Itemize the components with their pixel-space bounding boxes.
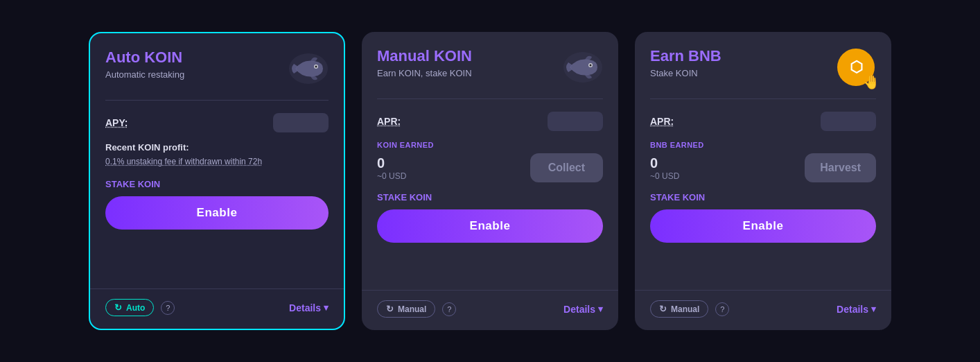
card-header-manual-koin: Manual KOIN Earn KOIN, stake KOIN bbox=[362, 32, 618, 98]
refresh-icon: ↻ bbox=[386, 304, 394, 314]
earned-values: 0 ~0 USD bbox=[650, 155, 679, 181]
apr-value-box bbox=[821, 112, 876, 131]
card-footer-auto-koin: ↻ Auto ? Details ▾ bbox=[90, 288, 344, 329]
stake-label: STAKE KOIN bbox=[377, 192, 603, 202]
card-earn-bnb: Earn BNB Stake KOIN ⬡ 🤚 APR: BNB EARNED bbox=[635, 32, 891, 330]
harvest-button[interactable]: Harvest bbox=[805, 153, 876, 182]
card-auto-koin: Auto KOIN Automatic restaking APY: bbox=[89, 32, 345, 330]
footer-left: ↻ Auto ? bbox=[105, 299, 175, 316]
card-body-manual-koin: APR: KOIN EARNED 0 ~0 USD Collect STAKE … bbox=[362, 99, 618, 290]
earned-row: 0 ~0 USD Harvest bbox=[650, 153, 876, 182]
footer-left: ↻ Manual ? bbox=[377, 300, 456, 318]
card-title: Manual KOIN bbox=[377, 47, 472, 65]
apr-label: APR: bbox=[377, 116, 401, 127]
apy-label: APY: bbox=[105, 117, 128, 128]
details-link[interactable]: Details ▾ bbox=[563, 304, 603, 315]
fish-icon bbox=[288, 49, 329, 89]
enable-button[interactable]: Enable bbox=[105, 196, 329, 230]
details-link[interactable]: Details ▾ bbox=[837, 304, 876, 315]
earned-label: KOIN EARNED bbox=[377, 141, 603, 149]
hand-icon: 🤚 bbox=[863, 74, 880, 90]
card-footer-earn-bnb: ↻ Manual ? Details ▾ bbox=[635, 290, 891, 330]
question-icon[interactable]: ? bbox=[715, 302, 729, 316]
svg-point-2 bbox=[315, 66, 317, 68]
enable-button[interactable]: Enable bbox=[650, 209, 876, 243]
footer-left: ↻ Manual ? bbox=[650, 300, 729, 318]
card-title-section: Manual KOIN Earn KOIN, stake KOIN bbox=[377, 47, 472, 78]
earned-section: KOIN EARNED 0 ~0 USD Collect bbox=[377, 141, 603, 182]
manual-badge[interactable]: ↻ Manual bbox=[650, 300, 708, 318]
earned-amount: 0 bbox=[377, 155, 406, 171]
details-link[interactable]: Details ▾ bbox=[289, 302, 329, 313]
bnb-symbol: ⬡ bbox=[850, 58, 863, 76]
card-title: Auto KOIN bbox=[105, 49, 184, 67]
question-icon[interactable]: ? bbox=[161, 301, 175, 315]
card-subtitle: Automatic restaking bbox=[105, 69, 184, 80]
stake-label: STAKE KOIN bbox=[650, 192, 876, 202]
bnb-icon: ⬡ 🤚 bbox=[836, 47, 876, 87]
card-title-section: Earn BNB Stake KOIN bbox=[650, 47, 721, 78]
cards-container: Auto KOIN Automatic restaking APY: bbox=[61, 10, 919, 352]
earned-label: BNB EARNED bbox=[650, 141, 876, 149]
chevron-down-icon: ▾ bbox=[871, 304, 876, 314]
card-body-auto-koin: APY: Recent KOIN profit: 0.1% unstaking … bbox=[90, 101, 344, 288]
earned-usd: ~0 USD bbox=[377, 171, 406, 181]
earned-values: 0 ~0 USD bbox=[377, 155, 406, 181]
card-subtitle: Earn KOIN, stake KOIN bbox=[377, 68, 472, 78]
manual-badge[interactable]: ↻ Manual bbox=[377, 300, 435, 318]
card-subtitle: Stake KOIN bbox=[650, 68, 721, 78]
apr-value-box bbox=[548, 112, 603, 131]
stake-label: STAKE KOIN bbox=[105, 179, 329, 189]
card-manual-koin: Manual KOIN Earn KOIN, stake KOIN APR: bbox=[362, 32, 618, 330]
apr-label: APR: bbox=[650, 116, 674, 127]
apr-row: APR: bbox=[377, 112, 603, 131]
earned-row: 0 ~0 USD Collect bbox=[377, 153, 603, 182]
chevron-down-icon: ▾ bbox=[324, 302, 329, 313]
svg-point-5 bbox=[590, 64, 592, 67]
chevron-down-icon: ▾ bbox=[598, 304, 603, 314]
earned-section: BNB EARNED 0 ~0 USD Harvest bbox=[650, 141, 876, 182]
fish-icon bbox=[563, 47, 603, 87]
profit-label: Recent KOIN profit: bbox=[105, 142, 329, 153]
question-icon[interactable]: ? bbox=[442, 302, 456, 316]
enable-button[interactable]: Enable bbox=[377, 209, 603, 243]
card-header-earn-bnb: Earn BNB Stake KOIN ⬡ 🤚 bbox=[635, 32, 891, 98]
card-footer-manual-koin: ↻ Manual ? Details ▾ bbox=[362, 290, 618, 330]
refresh-icon: ↻ bbox=[114, 302, 122, 313]
earned-amount: 0 bbox=[650, 155, 679, 171]
card-title-section: Auto KOIN Automatic restaking bbox=[105, 49, 184, 80]
auto-badge[interactable]: ↻ Auto bbox=[105, 299, 154, 316]
card-body-earn-bnb: APR: BNB EARNED 0 ~0 USD Harvest STAKE K… bbox=[635, 99, 891, 290]
unstake-note: 0.1% unstaking fee if withdrawn within 7… bbox=[105, 157, 329, 166]
bnb-circle: ⬡ 🤚 bbox=[837, 49, 875, 86]
card-title: Earn BNB bbox=[650, 47, 721, 65]
apr-row: APR: bbox=[650, 112, 876, 131]
collect-button[interactable]: Collect bbox=[530, 153, 603, 182]
card-header-auto-koin: Auto KOIN Automatic restaking bbox=[90, 33, 344, 100]
apy-row: APY: bbox=[105, 113, 329, 132]
apy-value-box bbox=[273, 113, 329, 132]
refresh-icon: ↻ bbox=[659, 304, 667, 314]
earned-usd: ~0 USD bbox=[650, 171, 679, 181]
